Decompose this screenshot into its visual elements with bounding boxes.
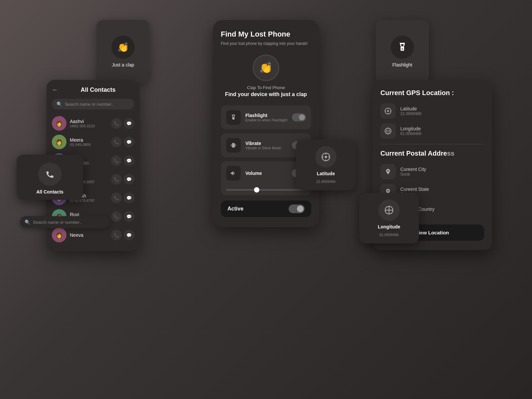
lng-card-label: Longitude	[378, 224, 400, 229]
flashlight-icon	[391, 36, 414, 59]
latitude-row: Latitude 21.0069466	[380, 103, 484, 119]
message-button[interactable]: 💬	[124, 193, 134, 203]
contact-phone: (480) 555-0103	[70, 124, 108, 128]
clap-find-icon: 👏	[253, 55, 279, 81]
longitude-row: Longitude 61.0069466	[380, 123, 484, 139]
contact-name: Meera	[70, 137, 108, 143]
call-card-label: All Contacts	[36, 189, 64, 195]
call-icon	[38, 163, 62, 186]
back-arrow-icon[interactable]: ←	[52, 86, 58, 93]
clap-icon: 👏	[111, 36, 135, 59]
message-button[interactable]: 💬	[124, 155, 134, 166]
volume-slider-container	[226, 187, 306, 191]
message-button[interactable]: 💬	[124, 211, 134, 222]
lng-card-value: 61.0069466	[379, 233, 399, 237]
vibrate-setting-text: Vibrate Vibrate in Silent Mode	[245, 141, 287, 150]
longitude-icon	[380, 123, 396, 139]
svg-point-9	[325, 156, 327, 158]
table-row: 👩 Meera (0) 545-0893 📞 💬	[52, 133, 134, 151]
call-button[interactable]: 📞	[111, 174, 122, 185]
city-row: Cureent City Surat	[380, 164, 484, 179]
table-row: 👩 Neeva 📞 💬	[52, 226, 134, 244]
table-row: 👩 Aashvi (480) 555-0103 📞 💬	[52, 114, 134, 133]
contact-actions: 📞 💬	[111, 137, 134, 147]
search-icon: 🔍	[57, 101, 62, 107]
svg-rect-2	[232, 117, 235, 119]
contact-info: Meera (0) 545-0893	[70, 137, 108, 147]
contact-phone: (0) 545-0893	[70, 143, 108, 147]
lat-card-label: Latitude	[317, 171, 335, 176]
message-button[interactable]: 💬	[124, 230, 134, 240]
clap-to-find-text: Clap To Find Phone	[221, 85, 311, 90]
svg-point-1	[401, 48, 403, 50]
contact-actions: 📞 💬	[111, 118, 134, 129]
contacts-title: All Contacts	[62, 86, 134, 93]
latitude-info: Latitude 21.0069466	[400, 106, 421, 116]
active-label: Active	[227, 206, 243, 212]
gps-title: Current GPS Location :	[380, 89, 484, 97]
latitude-icon	[380, 103, 396, 119]
contact-name: Neeva	[70, 232, 108, 238]
find-phone-panel: Find My Lost Phone Find your lost phone …	[213, 20, 319, 227]
call-button[interactable]: 📞	[111, 193, 122, 203]
message-button[interactable]: 💬	[124, 137, 134, 147]
active-bar: Active	[221, 200, 311, 217]
find-phone-title: Find My Lost Phone	[221, 30, 311, 39]
volume-setting-text: Volume	[245, 171, 287, 176]
avatar: 👩	[52, 135, 66, 149]
city-info: Cureent City Surat	[400, 167, 426, 177]
longitude-info: Longitude 61.0069466	[400, 126, 421, 136]
message-button[interactable]: 💬	[124, 118, 134, 129]
flashlight-setting-row: Flashlight Enable to when Flashlight	[221, 105, 311, 129]
call-button[interactable]: 📞	[111, 230, 122, 240]
contact-name: Aashvi	[70, 119, 108, 124]
just-a-clap-label: Just a clap	[112, 62, 134, 67]
active-toggle[interactable]	[289, 204, 305, 213]
flashlight-label: Flashlight	[392, 62, 412, 67]
svg-rect-3	[232, 143, 235, 147]
flashlight-toggle[interactable]	[292, 113, 306, 121]
volume-setting-icon	[226, 166, 241, 181]
contacts-search-box[interactable]: 🔍 Search name or number..	[52, 99, 134, 109]
avatar: 👩	[52, 116, 66, 131]
contact-actions: 📞 💬	[111, 174, 134, 185]
volume-track[interactable]	[226, 189, 306, 191]
contact-actions: 📞 💬	[111, 211, 134, 222]
postal-title: Current Postal Address	[380, 150, 484, 157]
call-button[interactable]: 📞	[111, 211, 122, 222]
contact-actions: 📞 💬	[111, 155, 134, 166]
divider	[380, 144, 484, 144]
latitude-floating-card: Latitude 21.0069466	[296, 140, 356, 190]
flashlight-setting-text: Flashlight Enable to when Flashlight	[245, 113, 287, 122]
just-a-clap-card[interactable]: 👏 Just a clap	[96, 20, 150, 83]
contact-info: Aashvi (480) 555-0103	[70, 119, 108, 128]
call-button[interactable]: 📞	[111, 155, 122, 166]
vibrate-setting-icon	[226, 138, 241, 153]
bottom-search-icon: 🔍	[25, 219, 30, 225]
contact-actions: 📞 💬	[111, 230, 134, 240]
avatar: 👩	[52, 228, 66, 242]
contacts-search-input[interactable]: Search name or number..	[65, 102, 114, 107]
lng-icon	[378, 200, 400, 221]
volume-thumb[interactable]	[254, 187, 259, 193]
contact-actions: 📞 💬	[111, 193, 134, 203]
longitude-floating-card: Longitude 61.0069466	[359, 193, 419, 243]
contact-info: Neeva	[70, 232, 108, 238]
call-floating-card: All Contacts	[17, 155, 83, 200]
lat-card-value: 21.0069466	[316, 180, 335, 184]
lat-icon	[315, 146, 336, 168]
call-button[interactable]: 📞	[111, 118, 122, 129]
flashlight-card[interactable]: Flashlight	[376, 20, 429, 83]
contacts-header: ← All Contacts	[52, 86, 134, 93]
find-phone-subtitle: Find your lost phone by clapping into yo…	[221, 41, 311, 47]
flashlight-setting-icon	[226, 110, 241, 125]
message-button[interactable]: 💬	[124, 174, 134, 185]
svg-point-5	[387, 110, 389, 112]
city-icon	[380, 164, 396, 179]
call-button[interactable]: 📞	[111, 137, 122, 147]
clap-tagline: Find your device with just a clap	[221, 91, 311, 97]
bottom-search-placeholder[interactable]: Search name or number..	[33, 220, 82, 225]
bottom-search-bar[interactable]: 🔍 Search name or number..	[20, 216, 110, 228]
